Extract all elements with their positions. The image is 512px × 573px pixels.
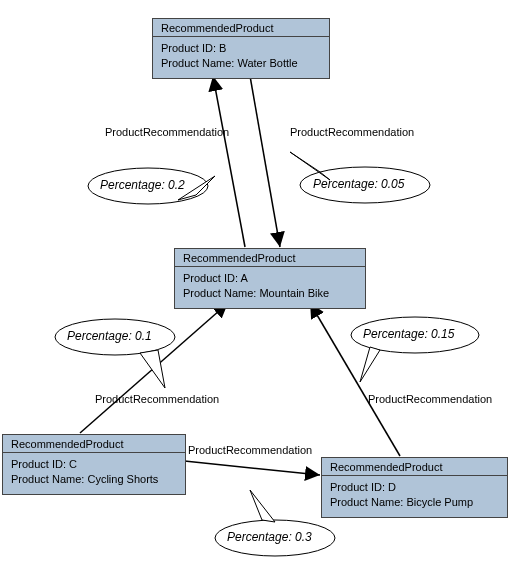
node-title: RecommendedProduct [322, 458, 507, 476]
edge-label-c-to-a: ProductRecommendation [95, 393, 219, 405]
field-name-label: Product Name [11, 473, 81, 485]
field-name-value: Bicycle Pump [406, 496, 473, 508]
svg-line-1 [250, 76, 280, 247]
field-name-value: Water Bottle [237, 57, 297, 69]
node-product-b: RecommendedProduct Product ID: B Product… [152, 18, 330, 79]
percentage-callout-a-to-b: Percentage: 0.2 [100, 178, 185, 192]
field-id-value: C [69, 458, 77, 470]
field-name-label: Product Name [330, 496, 400, 508]
field-id-value: B [219, 42, 226, 54]
node-title: RecommendedProduct [175, 249, 365, 267]
field-name-label: Product Name [161, 57, 231, 69]
field-id-value: A [240, 272, 247, 284]
node-product-d: RecommendedProduct Product ID: D Product… [321, 457, 508, 518]
edge-label-c-to-d: ProductRecommendation [188, 444, 312, 456]
field-id-label: Product ID [161, 42, 213, 54]
node-title: RecommendedProduct [153, 19, 329, 37]
field-name-value: Cycling Shorts [87, 473, 158, 485]
field-name-label: Product Name [183, 287, 253, 299]
field-id-label: Product ID [330, 481, 382, 493]
node-product-a: RecommendedProduct Product ID: A Product… [174, 248, 366, 309]
percentage-callout-c-to-a: Percentage: 0.1 [67, 329, 152, 343]
field-id-value: D [388, 481, 396, 493]
edge-label-d-to-a: ProductRecommendation [368, 393, 492, 405]
edge-label-b-to-a: ProductRecommendation [290, 126, 414, 138]
percentage-callout-c-to-d: Percentage: 0.3 [227, 530, 312, 544]
percentage-callout-b-to-a: Percentage: 0.05 [313, 177, 404, 191]
field-id-label: Product ID [11, 458, 63, 470]
node-product-c: RecommendedProduct Product ID: C Product… [2, 434, 186, 495]
field-name-value: Mountain Bike [259, 287, 329, 299]
svg-line-4 [175, 460, 320, 475]
svg-line-0 [213, 76, 245, 247]
field-id-label: Product ID [183, 272, 235, 284]
edge-label-a-to-b: ProductRecommendation [105, 126, 229, 138]
percentage-callout-d-to-a: Percentage: 0.15 [363, 327, 454, 341]
node-title: RecommendedProduct [3, 435, 185, 453]
